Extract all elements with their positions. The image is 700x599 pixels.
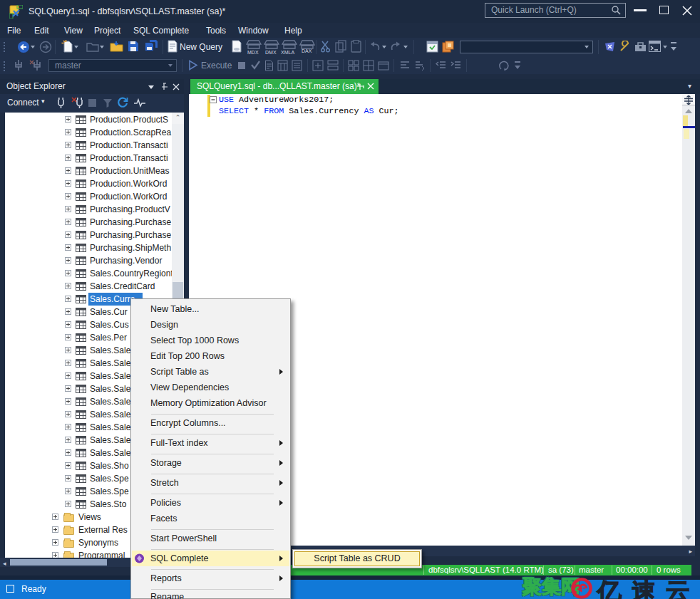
svg-text:XMLA: XMLA — [281, 50, 294, 55]
svg-text:MDX: MDX — [247, 50, 259, 55]
svg-text:DAX: DAX — [302, 48, 312, 53]
svg-text:DMX: DMX — [265, 50, 277, 55]
